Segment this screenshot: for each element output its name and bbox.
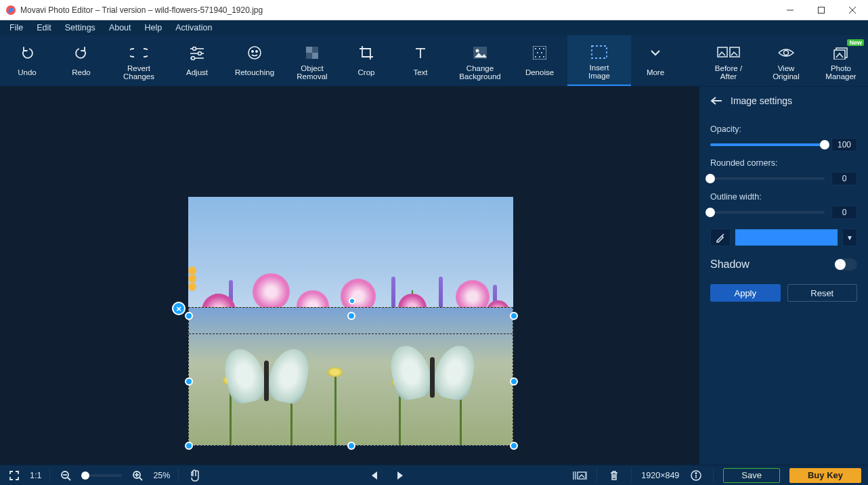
change-background-button[interactable]: Change Background — [448, 35, 513, 86]
photo-manager-button[interactable]: New Photo Manager — [814, 35, 868, 86]
svg-point-18 — [476, 49, 479, 52]
svg-point-21 — [539, 48, 540, 49]
fullscreen-icon[interactable] — [7, 468, 22, 483]
new-badge: New — [847, 39, 864, 46]
prev-image-icon[interactable] — [367, 468, 382, 483]
back-icon[interactable] — [709, 93, 724, 108]
svg-point-22 — [543, 48, 544, 49]
menu-edit[interactable]: Edit — [30, 22, 58, 34]
window-minimize-button[interactable] — [775, 0, 806, 20]
svg-line-39 — [139, 478, 142, 480]
revert-icon — [130, 43, 148, 63]
svg-line-36 — [68, 478, 70, 480]
text-icon — [413, 43, 428, 63]
adjust-button[interactable]: Adjust — [170, 35, 224, 86]
eyedropper-button[interactable] — [710, 229, 731, 246]
svg-rect-2 — [819, 7, 825, 13]
crop-button[interactable]: Crop — [339, 35, 393, 86]
outline-color-dropdown[interactable]: ▼ — [842, 229, 857, 246]
adjust-icon — [188, 43, 206, 63]
insert-image-icon — [590, 42, 608, 62]
retouching-icon — [246, 43, 263, 63]
undo-icon — [19, 43, 35, 63]
image-dimensions: 1920×849 — [641, 471, 679, 480]
selection-handle-sw[interactable] — [185, 442, 193, 450]
rounded-corners-slider[interactable] — [710, 177, 825, 180]
window-close-button[interactable] — [837, 0, 868, 20]
selection-handle-e[interactable] — [510, 377, 518, 386]
image-settings-panel: Image settings Opacity: 100 Rounded corn… — [699, 87, 868, 465]
zoom-in-icon[interactable] — [130, 468, 145, 483]
svg-point-13 — [256, 50, 257, 51]
selection-handle-ne[interactable] — [510, 312, 518, 320]
before-after-button[interactable]: Before / After — [698, 35, 759, 86]
info-icon[interactable] — [689, 468, 703, 483]
window-maximize-button[interactable] — [806, 0, 837, 20]
window-titlebar: Movavi Photo Editor – Trial version – wi… — [0, 0, 868, 20]
selection-rotate-handle[interactable] — [349, 298, 355, 304]
main-toolbar: Undo Redo Revert Changes Adjust Retouchi… — [0, 35, 868, 87]
zoom-slider[interactable] — [81, 474, 122, 477]
shadow-toggle[interactable] — [834, 258, 857, 271]
buy-key-button[interactable]: Buy Key — [789, 468, 861, 483]
apply-button[interactable]: Apply — [710, 284, 781, 302]
opacity-slider[interactable] — [710, 143, 825, 146]
denoise-button[interactable]: Denoise — [513, 35, 567, 86]
svg-rect-33 — [834, 50, 845, 60]
undo-button[interactable]: Undo — [0, 35, 54, 86]
workspace: × Image settings Opacity: 100 Rounded co… — [0, 87, 868, 465]
rounded-corners-value[interactable]: 0 — [831, 172, 857, 185]
menu-settings[interactable]: Settings — [58, 22, 102, 34]
photo-manager-icon — [833, 43, 849, 63]
inserted-image-selection[interactable] — [188, 307, 513, 446]
outline-width-value[interactable]: 0 — [831, 206, 857, 219]
eye-icon — [777, 43, 795, 63]
selection-handle-s[interactable] — [347, 442, 355, 450]
shadow-label: Shadow — [710, 258, 750, 271]
menu-activation[interactable]: Activation — [169, 22, 219, 34]
svg-rect-44 — [578, 472, 586, 479]
hand-tool-icon[interactable] — [187, 468, 202, 483]
menu-about[interactable]: About — [102, 22, 138, 34]
revert-button[interactable]: Revert Changes — [108, 35, 169, 86]
svg-rect-15 — [306, 47, 312, 53]
svg-point-23 — [537, 52, 538, 53]
svg-point-26 — [539, 56, 540, 57]
object-removal-icon — [305, 43, 320, 63]
svg-rect-28 — [592, 46, 607, 58]
canvas-area[interactable]: × — [0, 87, 699, 465]
rounded-corners-label: Rounded corners: — [710, 158, 857, 168]
selection-handle-se[interactable] — [510, 442, 518, 450]
zoom-percentage: 25% — [153, 471, 170, 480]
svg-point-12 — [252, 50, 253, 51]
svg-point-50 — [696, 472, 697, 474]
outline-color-swatch[interactable] — [735, 229, 838, 246]
selection-delete-handle[interactable]: × — [172, 302, 186, 315]
outline-width-slider[interactable] — [710, 211, 825, 214]
selection-handle-n[interactable] — [347, 312, 355, 320]
redo-button[interactable]: Redo — [54, 35, 108, 86]
svg-point-10 — [192, 56, 195, 60]
text-button[interactable]: Text — [393, 35, 448, 86]
object-removal-button[interactable]: Object Removal — [285, 35, 339, 86]
more-button[interactable]: More — [632, 35, 679, 86]
zoom-ratio[interactable]: 1:1 — [30, 471, 41, 480]
trash-icon[interactable] — [607, 468, 622, 483]
insert-image-button[interactable]: Insert Image — [567, 35, 631, 86]
opacity-label: Opacity: — [710, 124, 857, 134]
panel-title: Image settings — [731, 95, 792, 106]
selection-handle-nw[interactable] — [185, 312, 193, 320]
filmstrip-icon[interactable] — [572, 468, 587, 483]
menu-help[interactable]: Help — [138, 22, 169, 34]
retouching-button[interactable]: Retouching — [224, 35, 285, 86]
menu-file[interactable]: File — [3, 22, 30, 34]
svg-point-6 — [193, 47, 196, 50]
chevron-down-icon — [650, 43, 661, 63]
opacity-value[interactable]: 100 — [831, 138, 857, 152]
next-image-icon[interactable] — [393, 468, 408, 483]
selection-handle-w[interactable] — [185, 377, 193, 386]
reset-button[interactable]: Reset — [787, 284, 858, 302]
view-original-button[interactable]: View Original — [759, 35, 813, 86]
zoom-out-icon[interactable] — [58, 468, 73, 483]
save-button[interactable]: Save — [723, 468, 780, 483]
